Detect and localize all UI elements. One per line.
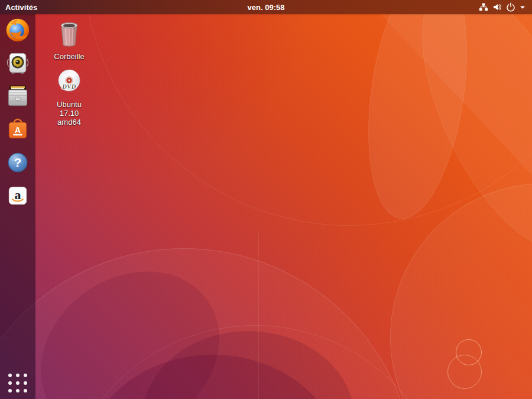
- power-icon: [506, 2, 515, 12]
- top-bar: Activités ven. 09:58: [0, 0, 532, 14]
- rhythmbox-icon: [5, 50, 31, 76]
- wallpaper-shape: [447, 355, 482, 389]
- dock-item-rhythmbox[interactable]: [5, 50, 31, 76]
- svg-text:A: A: [15, 126, 21, 135]
- wallpaper-shape: [258, 231, 259, 399]
- dock-item-amazon[interactable]: a: [5, 183, 31, 209]
- dock-item-help[interactable]: ?: [5, 150, 31, 176]
- dock-item-firefox[interactable]: [5, 17, 31, 43]
- firefox-icon: [5, 17, 31, 43]
- clock-button[interactable]: ven. 09:58: [0, 3, 532, 12]
- system-status-menu[interactable]: [479, 2, 532, 12]
- show-applications-button[interactable]: [0, 367, 35, 399]
- trash-icon: [57, 20, 82, 50]
- show-apps-grid-icon: [8, 374, 27, 392]
- dock-item-files[interactable]: [5, 83, 31, 109]
- ubuntu-software-icon: A: [5, 116, 31, 142]
- desktop-icon-label: Corbeille: [54, 52, 84, 61]
- help-icon: ?: [5, 150, 31, 176]
- dock-item-ubuntu-software[interactable]: A: [5, 116, 31, 142]
- ubuntu-desktop: Activités ven. 09:58: [0, 0, 532, 399]
- svg-text:a: a: [15, 187, 21, 202]
- network-icon: [479, 2, 488, 12]
- dvd-logo-text: DVD: [61, 83, 76, 90]
- desktop-icon-label: Ubuntu 17.10 amd64: [57, 100, 82, 126]
- desktop-icon-trash[interactable]: Corbeille: [47, 20, 92, 61]
- files-icon: [5, 83, 31, 109]
- svg-text:?: ?: [14, 155, 22, 169]
- activities-button[interactable]: Activités: [5, 3, 37, 12]
- desktop-icon-ubuntu-dvd[interactable]: DVD Ubuntu 17.10 amd64: [47, 69, 92, 126]
- dock: A ?: [0, 14, 35, 399]
- volume-icon: [492, 2, 502, 12]
- dvd-icon: DVD: [56, 69, 82, 98]
- caret-down-icon: [520, 2, 525, 12]
- amazon-icon: a: [5, 183, 31, 209]
